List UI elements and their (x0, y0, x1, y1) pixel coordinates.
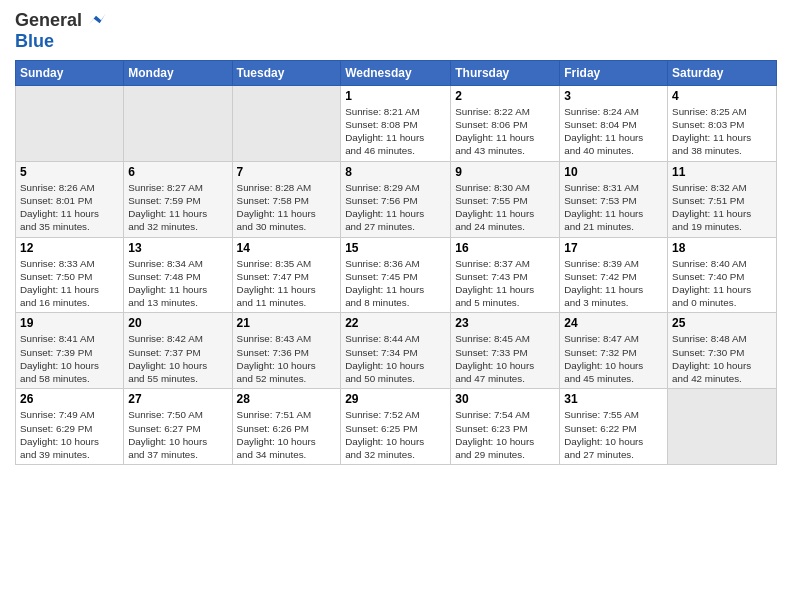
day-number: 8 (345, 165, 446, 179)
day-info: Sunrise: 8:34 AM Sunset: 7:48 PM Dayligh… (128, 257, 227, 310)
calendar-cell: 11Sunrise: 8:32 AM Sunset: 7:51 PM Dayli… (668, 161, 777, 237)
day-number: 31 (564, 392, 663, 406)
day-info: Sunrise: 8:48 AM Sunset: 7:30 PM Dayligh… (672, 332, 772, 385)
weekday-header-monday: Monday (124, 60, 232, 85)
weekday-header-row: SundayMondayTuesdayWednesdayThursdayFrid… (16, 60, 777, 85)
calendar-cell: 12Sunrise: 8:33 AM Sunset: 7:50 PM Dayli… (16, 237, 124, 313)
day-info: Sunrise: 8:21 AM Sunset: 8:08 PM Dayligh… (345, 105, 446, 158)
day-number: 14 (237, 241, 337, 255)
day-number: 2 (455, 89, 555, 103)
day-info: Sunrise: 8:29 AM Sunset: 7:56 PM Dayligh… (345, 181, 446, 234)
calendar-cell: 30Sunrise: 7:54 AM Sunset: 6:23 PM Dayli… (451, 389, 560, 465)
calendar-cell: 22Sunrise: 8:44 AM Sunset: 7:34 PM Dayli… (341, 313, 451, 389)
day-info: Sunrise: 7:55 AM Sunset: 6:22 PM Dayligh… (564, 408, 663, 461)
calendar-cell: 20Sunrise: 8:42 AM Sunset: 7:37 PM Dayli… (124, 313, 232, 389)
day-number: 9 (455, 165, 555, 179)
calendar-cell: 2Sunrise: 8:22 AM Sunset: 8:06 PM Daylig… (451, 85, 560, 161)
day-number: 5 (20, 165, 119, 179)
calendar-cell (16, 85, 124, 161)
weekday-header-wednesday: Wednesday (341, 60, 451, 85)
calendar-cell: 4Sunrise: 8:25 AM Sunset: 8:03 PM Daylig… (668, 85, 777, 161)
day-number: 29 (345, 392, 446, 406)
calendar-cell: 10Sunrise: 8:31 AM Sunset: 7:53 PM Dayli… (560, 161, 668, 237)
day-info: Sunrise: 8:40 AM Sunset: 7:40 PM Dayligh… (672, 257, 772, 310)
day-info: Sunrise: 7:51 AM Sunset: 6:26 PM Dayligh… (237, 408, 337, 461)
day-number: 13 (128, 241, 227, 255)
day-info: Sunrise: 8:42 AM Sunset: 7:37 PM Dayligh… (128, 332, 227, 385)
calendar-cell: 15Sunrise: 8:36 AM Sunset: 7:45 PM Dayli… (341, 237, 451, 313)
calendar-cell: 27Sunrise: 7:50 AM Sunset: 6:27 PM Dayli… (124, 389, 232, 465)
day-info: Sunrise: 8:28 AM Sunset: 7:58 PM Dayligh… (237, 181, 337, 234)
day-info: Sunrise: 8:30 AM Sunset: 7:55 PM Dayligh… (455, 181, 555, 234)
day-number: 21 (237, 316, 337, 330)
day-number: 20 (128, 316, 227, 330)
day-info: Sunrise: 8:25 AM Sunset: 8:03 PM Dayligh… (672, 105, 772, 158)
day-info: Sunrise: 7:54 AM Sunset: 6:23 PM Dayligh… (455, 408, 555, 461)
week-row-4: 19Sunrise: 8:41 AM Sunset: 7:39 PM Dayli… (16, 313, 777, 389)
day-info: Sunrise: 8:36 AM Sunset: 7:45 PM Dayligh… (345, 257, 446, 310)
week-row-3: 12Sunrise: 8:33 AM Sunset: 7:50 PM Dayli… (16, 237, 777, 313)
day-number: 4 (672, 89, 772, 103)
day-info: Sunrise: 8:26 AM Sunset: 8:01 PM Dayligh… (20, 181, 119, 234)
calendar-cell: 6Sunrise: 8:27 AM Sunset: 7:59 PM Daylig… (124, 161, 232, 237)
day-info: Sunrise: 8:43 AM Sunset: 7:36 PM Dayligh… (237, 332, 337, 385)
week-row-5: 26Sunrise: 7:49 AM Sunset: 6:29 PM Dayli… (16, 389, 777, 465)
logo-blue-text: Blue (15, 32, 107, 52)
calendar-cell: 9Sunrise: 8:30 AM Sunset: 7:55 PM Daylig… (451, 161, 560, 237)
calendar-cell: 24Sunrise: 8:47 AM Sunset: 7:32 PM Dayli… (560, 313, 668, 389)
day-number: 22 (345, 316, 446, 330)
calendar-cell: 14Sunrise: 8:35 AM Sunset: 7:47 PM Dayli… (232, 237, 341, 313)
calendar-cell: 31Sunrise: 7:55 AM Sunset: 6:22 PM Dayli… (560, 389, 668, 465)
day-info: Sunrise: 8:47 AM Sunset: 7:32 PM Dayligh… (564, 332, 663, 385)
day-number: 12 (20, 241, 119, 255)
calendar-cell: 8Sunrise: 8:29 AM Sunset: 7:56 PM Daylig… (341, 161, 451, 237)
day-number: 10 (564, 165, 663, 179)
day-number: 16 (455, 241, 555, 255)
calendar-cell: 7Sunrise: 8:28 AM Sunset: 7:58 PM Daylig… (232, 161, 341, 237)
weekday-header-tuesday: Tuesday (232, 60, 341, 85)
day-info: Sunrise: 8:22 AM Sunset: 8:06 PM Dayligh… (455, 105, 555, 158)
calendar-table: SundayMondayTuesdayWednesdayThursdayFrid… (15, 60, 777, 465)
weekday-header-saturday: Saturday (668, 60, 777, 85)
weekday-header-sunday: Sunday (16, 60, 124, 85)
day-info: Sunrise: 8:45 AM Sunset: 7:33 PM Dayligh… (455, 332, 555, 385)
day-number: 27 (128, 392, 227, 406)
day-info: Sunrise: 7:50 AM Sunset: 6:27 PM Dayligh… (128, 408, 227, 461)
weekday-header-thursday: Thursday (451, 60, 560, 85)
day-number: 26 (20, 392, 119, 406)
calendar-cell: 19Sunrise: 8:41 AM Sunset: 7:39 PM Dayli… (16, 313, 124, 389)
day-number: 30 (455, 392, 555, 406)
day-number: 11 (672, 165, 772, 179)
weekday-header-friday: Friday (560, 60, 668, 85)
logo: General Blue (15, 10, 107, 52)
header: General Blue (15, 10, 777, 52)
day-info: Sunrise: 8:41 AM Sunset: 7:39 PM Dayligh… (20, 332, 119, 385)
day-info: Sunrise: 8:24 AM Sunset: 8:04 PM Dayligh… (564, 105, 663, 158)
day-info: Sunrise: 7:49 AM Sunset: 6:29 PM Dayligh… (20, 408, 119, 461)
calendar-cell: 26Sunrise: 7:49 AM Sunset: 6:29 PM Dayli… (16, 389, 124, 465)
calendar-cell: 21Sunrise: 8:43 AM Sunset: 7:36 PM Dayli… (232, 313, 341, 389)
week-row-2: 5Sunrise: 8:26 AM Sunset: 8:01 PM Daylig… (16, 161, 777, 237)
svg-marker-0 (89, 14, 106, 25)
calendar-cell: 17Sunrise: 8:39 AM Sunset: 7:42 PM Dayli… (560, 237, 668, 313)
day-number: 23 (455, 316, 555, 330)
day-info: Sunrise: 8:31 AM Sunset: 7:53 PM Dayligh… (564, 181, 663, 234)
day-number: 6 (128, 165, 227, 179)
day-info: Sunrise: 8:35 AM Sunset: 7:47 PM Dayligh… (237, 257, 337, 310)
day-number: 3 (564, 89, 663, 103)
calendar-cell: 5Sunrise: 8:26 AM Sunset: 8:01 PM Daylig… (16, 161, 124, 237)
calendar-cell: 1Sunrise: 8:21 AM Sunset: 8:08 PM Daylig… (341, 85, 451, 161)
day-info: Sunrise: 8:37 AM Sunset: 7:43 PM Dayligh… (455, 257, 555, 310)
calendar-cell: 18Sunrise: 8:40 AM Sunset: 7:40 PM Dayli… (668, 237, 777, 313)
day-info: Sunrise: 7:52 AM Sunset: 6:25 PM Dayligh… (345, 408, 446, 461)
calendar-cell: 28Sunrise: 7:51 AM Sunset: 6:26 PM Dayli… (232, 389, 341, 465)
logo-general-text: General (15, 11, 82, 31)
calendar-cell (124, 85, 232, 161)
calendar-cell: 13Sunrise: 8:34 AM Sunset: 7:48 PM Dayli… (124, 237, 232, 313)
day-number: 24 (564, 316, 663, 330)
day-number: 15 (345, 241, 446, 255)
calendar-cell (232, 85, 341, 161)
day-info: Sunrise: 8:39 AM Sunset: 7:42 PM Dayligh… (564, 257, 663, 310)
calendar-cell: 23Sunrise: 8:45 AM Sunset: 7:33 PM Dayli… (451, 313, 560, 389)
week-row-1: 1Sunrise: 8:21 AM Sunset: 8:08 PM Daylig… (16, 85, 777, 161)
